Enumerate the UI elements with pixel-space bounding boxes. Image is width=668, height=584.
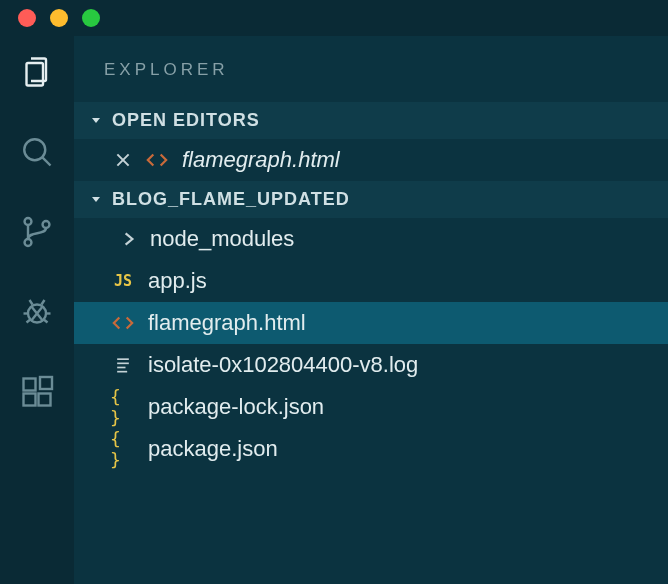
chevron-down-icon <box>88 113 104 129</box>
close-icon[interactable] <box>114 151 132 169</box>
workspace-section-header[interactable]: BLOG_FLAME_UPDATED <box>74 181 668 218</box>
open-editor-item[interactable]: flamegraph.html <box>74 139 668 181</box>
html-file-icon <box>110 312 136 334</box>
html-file-icon <box>144 149 170 171</box>
svg-point-4 <box>43 221 50 228</box>
file-name: package.json <box>148 436 278 462</box>
extensions-icon[interactable] <box>19 374 55 410</box>
json-file-icon: { } <box>110 428 136 470</box>
file-name: isolate-0x102804400-v8.log <box>148 352 418 378</box>
search-icon[interactable] <box>19 134 55 170</box>
explorer-icon[interactable] <box>19 54 55 90</box>
file-row[interactable]: isolate-0x102804400-v8.log <box>74 344 668 386</box>
open-editor-filename: flamegraph.html <box>182 147 340 173</box>
svg-point-2 <box>25 218 32 225</box>
folder-name: node_modules <box>150 226 294 252</box>
file-row[interactable]: { } package-lock.json <box>74 386 668 428</box>
svg-rect-12 <box>24 379 36 391</box>
svg-rect-13 <box>24 394 36 406</box>
file-row[interactable]: JS app.js <box>74 260 668 302</box>
file-row[interactable]: { } package.json <box>74 428 668 470</box>
file-name: package-lock.json <box>148 394 324 420</box>
explorer-title: EXPLORER <box>74 50 668 102</box>
minimize-window-button[interactable] <box>50 9 68 27</box>
file-row-selected[interactable]: flamegraph.html <box>74 302 668 344</box>
open-editors-section-header[interactable]: OPEN EDITORS <box>74 102 668 139</box>
svg-point-3 <box>25 239 32 246</box>
js-file-icon: JS <box>110 272 136 290</box>
explorer-sidebar: EXPLORER OPEN EDITORS flamegraph.html BL… <box>74 36 668 584</box>
file-name: flamegraph.html <box>148 310 306 336</box>
chevron-right-icon <box>120 230 138 248</box>
svg-rect-14 <box>39 394 51 406</box>
window-titlebar <box>0 0 668 36</box>
svg-rect-15 <box>40 377 52 389</box>
svg-line-11 <box>44 320 48 323</box>
source-control-icon[interactable] <box>19 214 55 250</box>
activity-bar <box>0 36 74 584</box>
maximize-window-button[interactable] <box>82 9 100 27</box>
chevron-down-icon <box>88 192 104 208</box>
open-editors-label: OPEN EDITORS <box>112 110 260 131</box>
folder-row[interactable]: node_modules <box>74 218 668 260</box>
svg-line-10 <box>27 320 31 323</box>
json-file-icon: { } <box>110 386 136 428</box>
workspace-label: BLOG_FLAME_UPDATED <box>112 189 350 210</box>
file-name: app.js <box>148 268 207 294</box>
svg-line-1 <box>42 157 50 165</box>
log-file-icon <box>110 355 136 375</box>
close-window-button[interactable] <box>18 9 36 27</box>
debug-icon[interactable] <box>19 294 55 330</box>
svg-point-0 <box>24 139 45 160</box>
